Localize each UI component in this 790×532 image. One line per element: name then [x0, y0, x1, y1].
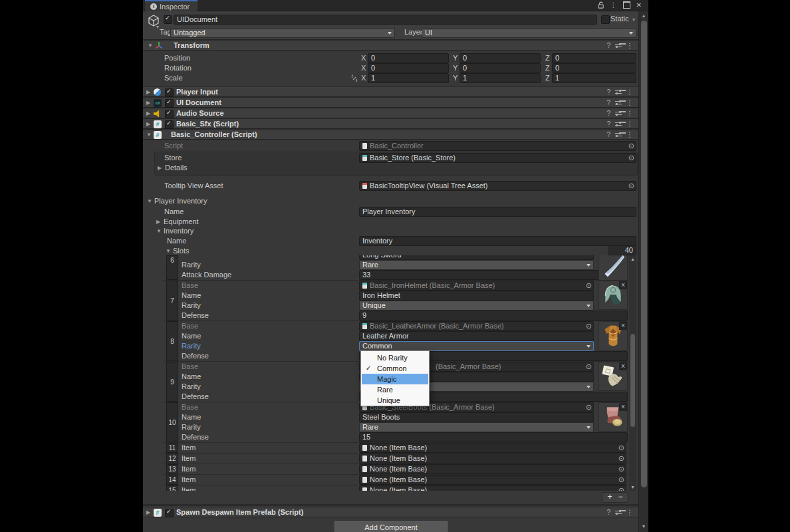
object-picker-icon[interactable]: ⊙: [586, 322, 592, 331]
add-element-button[interactable]: +: [604, 493, 615, 501]
slot14-item-object-field[interactable]: None (Item Base) ⊙: [359, 475, 626, 485]
foldout-icon[interactable]: ▼: [146, 130, 152, 140]
slots-scrollbar-thumb[interactable]: [630, 334, 635, 427]
object-picker-icon[interactable]: ⊙: [586, 362, 592, 371]
foldout-icon[interactable]: ▶: [146, 87, 150, 97]
scale-y-field[interactable]: 1: [460, 73, 541, 83]
store-object-field[interactable]: Basic_Store (Basic_Store) ⊙: [359, 153, 636, 163]
gameobject-active-checkbox[interactable]: [164, 15, 172, 24]
foldout-icon[interactable]: ▶: [146, 507, 150, 517]
component-header-ui-document[interactable]: ▶ UI UI Document ?⋮: [143, 97, 638, 108]
component-header-basic-sfx[interactable]: ▶ # Basic_Sfx (Script) ?⋮: [143, 118, 638, 129]
foldout-icon[interactable]: ▶: [146, 119, 150, 129]
object-picker-icon[interactable]: ⊙: [618, 444, 624, 452]
add-component-button[interactable]: Add Component: [334, 521, 448, 532]
help-icon[interactable]: ?: [606, 109, 610, 118]
inventory-foldout-icon[interactable]: ▼: [156, 226, 162, 236]
component-header-spawn-despawn[interactable]: ▶ # Spawn Despawn Item Prefab (Script) ?…: [143, 507, 638, 517]
rotation-x-field[interactable]: 0: [368, 63, 449, 73]
enabled-checkbox[interactable]: [165, 88, 174, 97]
slot10-defense-field[interactable]: 15: [359, 432, 628, 442]
transform-header[interactable]: ▼ Transform ? ⋮: [143, 40, 638, 51]
lock-icon[interactable]: [597, 1, 604, 9]
maximize-icon[interactable]: [623, 1, 630, 9]
slot10-rarity-dropdown[interactable]: Rare: [359, 422, 594, 432]
slots-size-field[interactable]: 40: [608, 245, 636, 255]
clear-item-button[interactable]: X: [619, 403, 627, 411]
slot8-base-object-field[interactable]: Basic_LeatherArmor (Basic_Armor Base) ⊙: [359, 321, 594, 331]
enabled-checkbox[interactable]: [165, 110, 174, 118]
tab-inspector[interactable]: i Inspector: [145, 0, 198, 11]
position-x-field[interactable]: 0: [368, 53, 449, 63]
slot7-defense-field[interactable]: 9: [359, 311, 628, 321]
presets-icon[interactable]: [615, 100, 622, 106]
help-icon[interactable]: ?: [606, 88, 610, 96]
object-picker-icon[interactable]: ⊙: [628, 182, 634, 190]
static-checkbox[interactable]: [601, 15, 610, 24]
scroll-up-icon[interactable]: ▲: [629, 257, 636, 261]
close-icon[interactable]: ✕: [636, 1, 642, 9]
kebab-icon[interactable]: ⋮: [626, 88, 633, 96]
slot12-item-object-field[interactable]: None (Item Base) ⊙: [359, 454, 626, 464]
script-object-field[interactable]: Basic_Controller ⊙: [359, 141, 636, 151]
component-header-audio-source[interactable]: ▶ Audio Source ?⋮: [143, 108, 638, 118]
object-picker-icon[interactable]: ⊙: [586, 403, 592, 412]
scroll-up-icon[interactable]: ▲: [639, 13, 648, 18]
object-picker-icon[interactable]: ⊙: [628, 154, 634, 162]
kebab-menu-icon[interactable]: ⋮: [610, 1, 617, 9]
kebab-icon[interactable]: ⋮: [626, 120, 633, 128]
foldout-icon[interactable]: ▶: [146, 98, 150, 108]
component-header-basic-controller[interactable]: ▼ # Basic_Controller (Script) ?⋮: [143, 129, 638, 140]
slot7-name-field[interactable]: Iron Helmet: [359, 291, 594, 301]
clear-item-button[interactable]: X: [619, 322, 627, 330]
help-icon[interactable]: ?: [606, 508, 610, 517]
slots-foldout-icon[interactable]: ▼: [166, 246, 171, 256]
slots-scrollbar[interactable]: ▲ ▼: [629, 255, 636, 491]
rotation-y-field[interactable]: 0: [460, 63, 541, 73]
kebab-icon[interactable]: ⋮: [626, 41, 633, 50]
inventory-name-field[interactable]: Player Inventory: [359, 207, 636, 217]
menu-item-unique[interactable]: Unique: [362, 395, 428, 406]
slot6-rarity-dropdown[interactable]: Rare: [359, 260, 594, 270]
gameobject-icon-dropdown[interactable]: ▾: [156, 22, 159, 32]
help-icon[interactable]: ?: [606, 130, 610, 139]
object-picker-icon[interactable]: ⊙: [586, 281, 592, 290]
object-picker-icon[interactable]: ⊙: [618, 465, 624, 473]
gameobject-name-field[interactable]: UIDocument: [174, 15, 597, 25]
kebab-icon[interactable]: ⋮: [626, 130, 633, 139]
menu-item-no-rarity[interactable]: No Rarity: [362, 352, 428, 363]
object-picker-icon[interactable]: ⊙: [618, 454, 624, 463]
enabled-checkbox[interactable]: [165, 120, 174, 129]
presets-icon[interactable]: [615, 509, 622, 515]
presets-icon[interactable]: [615, 132, 622, 138]
slot8-name-field[interactable]: Leather Armor: [359, 331, 594, 341]
inspector-scrollbar-thumb[interactable]: [641, 21, 647, 487]
clear-item-button[interactable]: X: [619, 281, 627, 289]
help-icon[interactable]: ?: [606, 98, 610, 107]
tooltip-object-field[interactable]: BasicTooltipView (Visual Tree Asset) ⊙: [359, 181, 636, 191]
scroll-down-icon[interactable]: ▼: [639, 524, 648, 529]
slot6-name-field[interactable]: Long Sword: [359, 255, 594, 260]
object-picker-icon[interactable]: ⊙: [618, 486, 624, 491]
slot10-name-field[interactable]: Steel Boots: [359, 412, 594, 422]
equipment-foldout-icon[interactable]: ▶: [156, 217, 160, 227]
slot11-item-object-field[interactable]: None (Item Base) ⊙: [359, 443, 626, 453]
menu-item-magic[interactable]: Magic: [362, 374, 428, 384]
link-icon[interactable]: [350, 74, 358, 82]
kebab-icon[interactable]: ⋮: [626, 98, 633, 107]
kebab-icon[interactable]: ⋮: [626, 109, 633, 118]
slot7-base-object-field[interactable]: Basic_IronHelmet (Basic_Armor Base) ⊙: [359, 281, 594, 291]
tag-dropdown[interactable]: Untagged: [170, 28, 395, 38]
enabled-checkbox[interactable]: [165, 509, 174, 517]
remove-element-button[interactable]: −: [615, 493, 626, 501]
help-icon[interactable]: ?: [606, 120, 610, 128]
layer-dropdown[interactable]: UI: [422, 28, 636, 38]
position-z-field[interactable]: 0: [552, 53, 636, 63]
slot13-item-object-field[interactable]: None (Item Base) ⊙: [359, 464, 626, 474]
menu-item-common[interactable]: ✓Common: [362, 363, 428, 374]
help-icon[interactable]: ?: [606, 41, 610, 50]
object-picker-icon[interactable]: ⊙: [618, 475, 624, 484]
menu-item-rare[interactable]: Rare: [362, 384, 428, 395]
inspector-scrollbar[interactable]: ▲ ▼: [638, 11, 648, 532]
details-foldout-icon[interactable]: ▶: [158, 163, 162, 173]
